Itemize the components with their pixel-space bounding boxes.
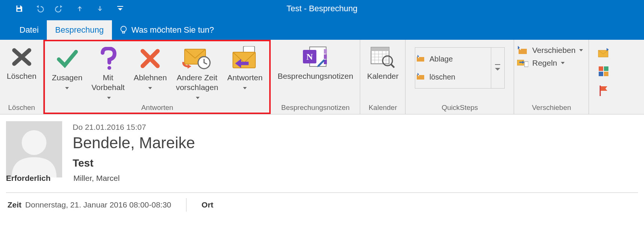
onenote-icon: N bbox=[302, 44, 328, 70]
quickstep-2-label: löschen bbox=[429, 73, 455, 81]
delete-icon bbox=[10, 44, 33, 70]
group-respond-label: Antworten bbox=[48, 102, 266, 114]
tentative-label: Mit Vorbehalt bbox=[91, 73, 125, 93]
group-delete: Löschen Löschen bbox=[0, 40, 43, 114]
ribbon: Löschen Löschen Zusagen Mit Vorbehalt bbox=[0, 40, 644, 114]
svg-rect-0 bbox=[17, 6, 20, 8]
mark-read-icon[interactable] bbox=[598, 48, 610, 60]
rules-dropdown-icon bbox=[561, 62, 565, 64]
svg-rect-33 bbox=[599, 72, 603, 76]
decline-label: Ablehnen bbox=[134, 73, 167, 83]
reply-label: Antworten bbox=[227, 73, 263, 83]
quickstep-1-label: Ablage bbox=[429, 55, 453, 63]
svg-point-5 bbox=[107, 66, 111, 70]
group-meeting-notes: N Besprechungsnotizen Besprechungsnotize… bbox=[271, 40, 360, 114]
divider bbox=[186, 198, 186, 212]
tab-file[interactable]: Datei bbox=[11, 20, 47, 40]
propose-time-icon bbox=[182, 46, 212, 71]
group-quicksteps-label: QuickSteps bbox=[408, 102, 511, 114]
tab-strip: Datei Besprechung Was möchten Sie tun? bbox=[0, 17, 644, 40]
required-value: Miller, Marcel bbox=[73, 174, 120, 183]
decline-button[interactable]: Ablehnen bbox=[130, 44, 171, 92]
message-sender: Bendele, Mareike bbox=[73, 134, 638, 152]
svg-rect-34 bbox=[604, 72, 608, 76]
calendar-button[interactable]: Kalender bbox=[363, 42, 402, 81]
tentative-button[interactable]: Mit Vorbehalt bbox=[88, 44, 128, 102]
group-quicksteps: Ablage löschen QuickSteps bbox=[405, 40, 514, 114]
svg-rect-4 bbox=[122, 32, 125, 33]
reply-icon bbox=[231, 46, 258, 71]
meeting-notes-label: Besprechungsnotizen bbox=[277, 71, 353, 81]
svg-text:N: N bbox=[307, 52, 313, 62]
group-calendar: Kalender Kalender bbox=[360, 40, 405, 114]
svg-point-35 bbox=[22, 130, 46, 155]
calendar-search-icon bbox=[370, 44, 396, 70]
propose-time-button[interactable]: Andere Zeit vorschlagen bbox=[172, 44, 222, 102]
delete-button[interactable]: Löschen bbox=[3, 42, 40, 81]
title-bar: Test - Besprechung bbox=[0, 0, 644, 17]
meeting-time-row: Zeit Donnerstag, 21. Januar 2016 08:00-0… bbox=[6, 198, 638, 212]
tab-meeting[interactable]: Besprechung bbox=[47, 20, 112, 40]
group-delete-label: Löschen bbox=[3, 102, 40, 114]
rules-label: Regeln bbox=[532, 59, 557, 68]
tell-me-label: Was möchten Sie tun? bbox=[131, 25, 214, 35]
undo-icon[interactable] bbox=[34, 4, 44, 14]
svg-rect-11 bbox=[324, 49, 327, 54]
reply-button[interactable]: Antworten bbox=[224, 44, 267, 92]
quickstep-item-2[interactable]: löschen bbox=[417, 73, 489, 81]
categorize-icon[interactable] bbox=[599, 66, 609, 79]
time-value: Donnerstag, 21. Januar 2016 08:00-08:30 bbox=[25, 200, 171, 209]
tentative-dropdown[interactable] bbox=[107, 93, 111, 102]
accept-dropdown[interactable] bbox=[65, 83, 69, 92]
follow-up-flag-icon[interactable] bbox=[599, 86, 608, 99]
folder-move-icon bbox=[517, 46, 528, 55]
message-header: Do 21.01.2016 15:07 Bendele, Mareike Tes… bbox=[0, 114, 644, 212]
svg-rect-12 bbox=[324, 54, 327, 59]
svg-rect-1 bbox=[17, 9, 21, 11]
svg-rect-2 bbox=[117, 6, 123, 7]
move-label: Verschieben bbox=[532, 46, 575, 55]
x-icon bbox=[140, 46, 161, 71]
delete-label: Löschen bbox=[7, 71, 36, 81]
move-button[interactable]: Verschieben bbox=[517, 46, 583, 55]
quickstep-item-1[interactable]: Ablage bbox=[417, 55, 489, 63]
rules-button[interactable]: Regeln bbox=[517, 59, 583, 68]
group-respond: Zusagen Mit Vorbehalt Ablehnen bbox=[43, 40, 271, 114]
quicksteps-expand[interactable] bbox=[491, 48, 504, 88]
decline-dropdown[interactable] bbox=[148, 83, 152, 92]
sender-avatar bbox=[6, 121, 62, 177]
propose-dropdown[interactable] bbox=[196, 93, 200, 102]
group-edge bbox=[589, 40, 619, 114]
lightbulb-icon bbox=[119, 25, 128, 35]
separator bbox=[6, 192, 638, 193]
svg-rect-27 bbox=[495, 64, 500, 65]
svg-line-26 bbox=[391, 64, 394, 68]
move-dropdown-icon bbox=[579, 49, 583, 51]
tell-me-search[interactable]: Was möchten Sie tun? bbox=[112, 20, 222, 40]
reply-dropdown[interactable] bbox=[243, 83, 247, 92]
save-icon[interactable] bbox=[14, 4, 24, 14]
rules-icon bbox=[517, 59, 528, 68]
customize-qat-icon[interactable] bbox=[115, 4, 125, 14]
message-date: Do 21.01.2016 15:07 bbox=[73, 123, 638, 132]
group-move: Verschieben Regeln Verschieben bbox=[514, 40, 589, 114]
svg-point-3 bbox=[121, 26, 127, 32]
accept-button[interactable]: Zusagen bbox=[48, 44, 86, 92]
redo-icon[interactable] bbox=[55, 4, 64, 14]
required-label: Erforderlich bbox=[6, 174, 62, 183]
quick-access-toolbar bbox=[0, 4, 125, 14]
previous-item-icon[interactable] bbox=[75, 4, 85, 14]
meeting-notes-button[interactable]: N Besprechungsnotizen bbox=[274, 42, 357, 81]
quicksteps-gallery[interactable]: Ablage löschen bbox=[415, 47, 505, 89]
svg-rect-31 bbox=[599, 66, 603, 71]
message-subject: Test bbox=[73, 157, 638, 169]
propose-label: Andere Zeit vorschlagen bbox=[176, 73, 218, 93]
group-notes-label: Besprechungsnotizen bbox=[274, 102, 357, 114]
svg-rect-32 bbox=[604, 66, 608, 71]
time-label: Zeit bbox=[7, 200, 21, 209]
location-label: Ort bbox=[201, 200, 213, 209]
svg-rect-9 bbox=[233, 52, 255, 68]
next-item-icon[interactable] bbox=[95, 4, 105, 14]
group-move-label: Verschieben bbox=[517, 102, 586, 114]
svg-rect-29 bbox=[525, 62, 528, 67]
